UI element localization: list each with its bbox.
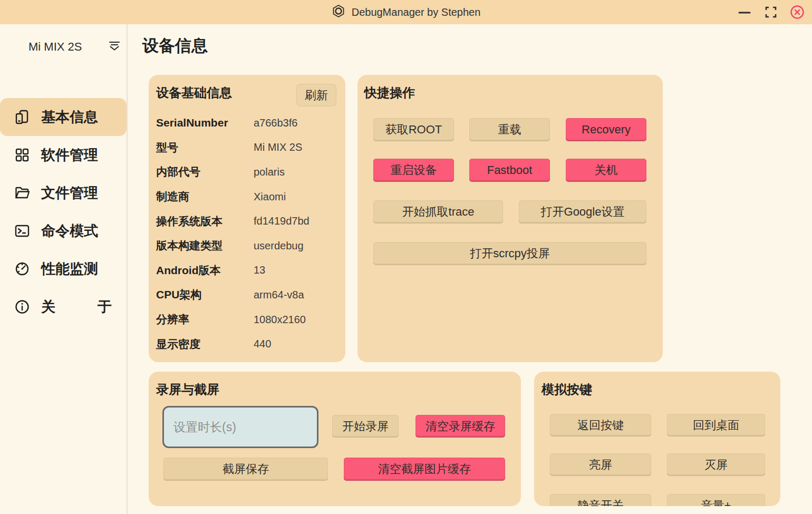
field-value: Mi MIX 2S: [254, 141, 302, 153]
minimize-button[interactable]: [736, 4, 753, 21]
duration-input[interactable]: [162, 406, 318, 448]
gauge-icon: [14, 260, 31, 277]
terminal-icon: [14, 222, 31, 239]
sidebar-nav: 基本信息 软件管理 文件管理: [0, 98, 127, 326]
sidebar: Mi MIX 2S 基本信息: [0, 24, 128, 514]
field-row: 内部代号 polaris: [156, 160, 341, 185]
simulate-keys-card: 模拟按键 返回按键 回到桌面 亮屏 灭屏 静音开关 音量+: [534, 372, 780, 506]
get-root-button[interactable]: 获取ROOT: [373, 118, 454, 141]
sidebar-item-label: 关于: [41, 297, 112, 316]
screen-record-card: 录屏与截屏 开始录屏 清空录屏缓存 截屏保存 清空截屏图片缓存: [149, 372, 521, 506]
field-label: 内部代号: [156, 164, 254, 179]
page-title: 设备信息: [142, 35, 208, 57]
field-row: 显示密度 440: [156, 332, 341, 356]
field-value: userdebug: [254, 240, 304, 252]
sidebar-item-basic-info[interactable]: 基本信息: [0, 98, 127, 136]
field-value: Xiaomi: [254, 191, 286, 203]
sidebar-item-label: 文件管理: [41, 183, 98, 202]
sidebar-item-performance[interactable]: 性能监测: [0, 250, 127, 288]
sidebar-item-files[interactable]: 文件管理: [0, 174, 127, 212]
field-label: CPU架构: [156, 287, 254, 302]
fastboot-button[interactable]: Fastboot: [469, 159, 550, 182]
field-label: Android版本: [156, 263, 254, 278]
field-label: 显示密度: [156, 337, 254, 352]
screen-off-button[interactable]: 灭屏: [667, 453, 765, 476]
sidebar-item-label: 基本信息: [41, 108, 98, 127]
power-off-button[interactable]: 关机: [566, 159, 646, 182]
device-selector[interactable]: Mi MIX 2S: [28, 39, 121, 55]
google-settings-button[interactable]: 打开Google设置: [519, 200, 646, 224]
sidebar-item-about[interactable]: 关于: [0, 288, 127, 326]
field-label: 版本构建类型: [156, 238, 254, 253]
sidebar-item-label: 命令模式: [41, 221, 98, 240]
recovery-button[interactable]: Recovery: [566, 118, 646, 141]
field-row: Android版本 13: [156, 258, 341, 283]
field-value: a766b3f6: [254, 117, 297, 129]
sidebar-item-command[interactable]: 命令模式: [0, 212, 127, 250]
field-row: 操作系统版本 fd1419d7bd: [156, 209, 341, 234]
field-label: 操作系统版本: [156, 214, 254, 229]
field-label: 分辨率: [156, 312, 254, 327]
refresh-button[interactable]: 刷新: [296, 84, 336, 106]
apps-grid-icon: [14, 147, 31, 163]
device-info-icon: [14, 109, 31, 125]
field-label: SerialNumber: [156, 117, 254, 129]
app-logo-icon: [332, 4, 345, 21]
device-fields: SerialNumber a766b3f6 型号 Mi MIX 2S 内部代号 …: [156, 111, 341, 356]
window-controls: [736, 0, 806, 24]
device-dropdown-icon[interactable]: [108, 40, 121, 54]
field-row: SerialNumber a766b3f6: [156, 111, 341, 135]
screenshot-save-button[interactable]: 截屏保存: [163, 458, 328, 481]
field-value: 440: [254, 338, 271, 350]
field-row: 版本构建类型 userdebug: [156, 234, 341, 258]
clear-screenshot-cache-button[interactable]: 清空截屏图片缓存: [344, 458, 505, 481]
field-value: 1080x2160: [254, 314, 306, 326]
field-row: CPU架构 arm64-v8a: [156, 283, 341, 307]
start-trace-button[interactable]: 开始抓取trace: [373, 200, 503, 224]
back-key-button[interactable]: 返回按键: [550, 414, 651, 437]
device-name: Mi MIX 2S: [28, 40, 82, 54]
reload-button[interactable]: 重载: [469, 118, 550, 141]
screen-record-title: 录屏与截屏: [156, 381, 219, 398]
field-value: arm64-v8a: [254, 289, 304, 301]
field-label: 型号: [156, 140, 254, 155]
sidebar-item-label: 软件管理: [41, 146, 98, 164]
volume-up-button[interactable]: 音量+: [667, 494, 765, 506]
scrcpy-button[interactable]: 打开scrcpy投屏: [373, 242, 646, 265]
field-label: 制造商: [156, 189, 254, 204]
simulate-keys-title: 模拟按键: [542, 381, 592, 398]
home-key-button[interactable]: 回到桌面: [667, 414, 765, 437]
clear-record-cache-button[interactable]: 清空录屏缓存: [415, 415, 505, 438]
field-value: 13: [254, 264, 265, 276]
maximize-button[interactable]: [762, 4, 779, 21]
field-value: polaris: [254, 166, 285, 178]
folder-open-icon: [14, 185, 31, 201]
app-title: DebugManager by Stephen: [352, 6, 481, 18]
mute-toggle-button[interactable]: 静音开关: [550, 494, 651, 506]
sidebar-item-software[interactable]: 软件管理: [0, 136, 127, 174]
quick-actions-title: 快捷操作: [364, 84, 415, 101]
field-value: fd1419d7bd: [254, 215, 310, 227]
field-row: 型号 Mi MIX 2S: [156, 135, 341, 160]
titlebar: DebugManager by Stephen: [0, 0, 812, 24]
device-card-title: 设备基础信息: [156, 84, 232, 101]
start-record-button[interactable]: 开始录屏: [332, 415, 399, 438]
info-icon: [14, 298, 31, 315]
field-row: 制造商 Xiaomi: [156, 185, 341, 209]
app-title-group: DebugManager by Stephen: [332, 4, 481, 21]
device-info-card: 设备基础信息 刷新 SerialNumber a766b3f6 型号 Mi MI…: [149, 75, 345, 362]
field-row: 分辨率 1080x2160: [156, 307, 341, 332]
sidebar-item-label: 性能监测: [41, 259, 98, 278]
reboot-device-button[interactable]: 重启设备: [373, 159, 454, 182]
screen-on-button[interactable]: 亮屏: [550, 453, 651, 476]
close-button[interactable]: [789, 4, 806, 21]
quick-actions-card: 快捷操作 获取ROOT 重载 Recovery 重启设备 Fastboot 关机…: [357, 75, 663, 362]
